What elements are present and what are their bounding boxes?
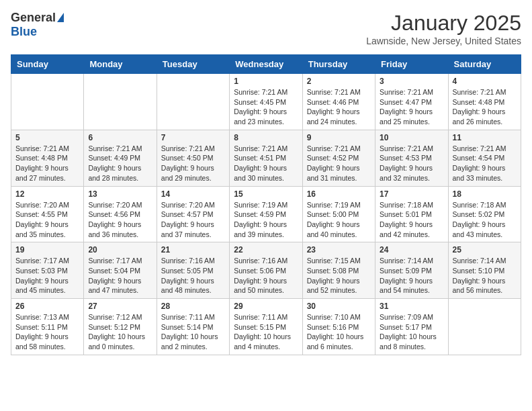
- day-number: 12: [15, 189, 79, 199]
- day-cell-17: 17Sunrise: 7:18 AM Sunset: 5:01 PM Dayli…: [375, 186, 448, 242]
- day-cell-23: 23Sunrise: 7:15 AM Sunset: 5:08 PM Dayli…: [302, 242, 375, 299]
- day-cell-29: 29Sunrise: 7:11 AM Sunset: 5:15 PM Dayli…: [230, 299, 302, 355]
- day-info: Sunrise: 7:21 AM Sunset: 4:45 PM Dayligh…: [234, 87, 298, 127]
- day-info: Sunrise: 7:21 AM Sunset: 4:46 PM Dayligh…: [307, 87, 371, 127]
- day-info: Sunrise: 7:18 AM Sunset: 5:01 PM Dayligh…: [380, 200, 443, 240]
- day-cell-21: 21Sunrise: 7:16 AM Sunset: 5:05 PM Dayli…: [157, 242, 229, 299]
- day-info: Sunrise: 7:14 AM Sunset: 5:10 PM Dayligh…: [453, 256, 517, 295]
- day-cell-19: 19Sunrise: 7:17 AM Sunset: 5:03 PM Dayli…: [11, 242, 84, 299]
- day-cell-12: 12Sunrise: 7:20 AM Sunset: 4:55 PM Dayli…: [11, 186, 84, 242]
- day-info: Sunrise: 7:11 AM Sunset: 5:15 PM Dayligh…: [234, 312, 298, 352]
- day-number: 31: [380, 302, 443, 311]
- day-info: Sunrise: 7:21 AM Sunset: 4:48 PM Dayligh…: [15, 144, 79, 183]
- month-title: January 2025: [366, 11, 521, 36]
- page-header: General Blue January 2025 Lawnside, New …: [11, 11, 521, 46]
- weekday-header-friday: Friday: [375, 55, 448, 74]
- empty-cell: [448, 299, 521, 355]
- empty-cell: [11, 74, 84, 130]
- day-cell-22: 22Sunrise: 7:16 AM Sunset: 5:06 PM Dayli…: [230, 242, 302, 299]
- day-number: 5: [15, 133, 79, 142]
- weekday-header-saturday: Saturday: [448, 55, 521, 74]
- empty-cell: [84, 74, 157, 130]
- week-row-1: 1Sunrise: 7:21 AM Sunset: 4:45 PM Daylig…: [11, 74, 521, 130]
- day-number: 8: [234, 133, 298, 142]
- day-cell-20: 20Sunrise: 7:17 AM Sunset: 5:04 PM Dayli…: [84, 242, 157, 299]
- logo-blue-text: Blue: [11, 25, 37, 39]
- day-number: 13: [88, 189, 152, 199]
- day-number: 20: [88, 245, 152, 255]
- day-cell-9: 9Sunrise: 7:21 AM Sunset: 4:52 PM Daylig…: [302, 130, 375, 186]
- day-info: Sunrise: 7:21 AM Sunset: 4:49 PM Dayligh…: [88, 144, 152, 183]
- day-cell-13: 13Sunrise: 7:20 AM Sunset: 4:56 PM Dayli…: [84, 186, 157, 242]
- day-cell-25: 25Sunrise: 7:14 AM Sunset: 5:10 PM Dayli…: [448, 242, 521, 299]
- day-info: Sunrise: 7:21 AM Sunset: 4:54 PM Dayligh…: [453, 144, 517, 183]
- day-cell-2: 2Sunrise: 7:21 AM Sunset: 4:46 PM Daylig…: [302, 74, 375, 130]
- day-number: 17: [380, 189, 443, 199]
- day-cell-8: 8Sunrise: 7:21 AM Sunset: 4:51 PM Daylig…: [230, 130, 302, 186]
- day-info: Sunrise: 7:20 AM Sunset: 4:55 PM Dayligh…: [15, 200, 79, 240]
- day-cell-18: 18Sunrise: 7:18 AM Sunset: 5:02 PM Dayli…: [448, 186, 521, 242]
- day-info: Sunrise: 7:17 AM Sunset: 5:04 PM Dayligh…: [88, 256, 152, 295]
- day-number: 11: [453, 133, 517, 142]
- day-info: Sunrise: 7:19 AM Sunset: 4:59 PM Dayligh…: [234, 200, 298, 240]
- day-number: 16: [307, 189, 371, 199]
- day-number: 14: [161, 189, 225, 199]
- day-cell-28: 28Sunrise: 7:11 AM Sunset: 5:14 PM Dayli…: [157, 299, 229, 355]
- day-cell-5: 5Sunrise: 7:21 AM Sunset: 4:48 PM Daylig…: [11, 130, 84, 186]
- weekday-header-tuesday: Tuesday: [157, 55, 229, 74]
- day-number: 7: [161, 133, 225, 142]
- day-cell-4: 4Sunrise: 7:21 AM Sunset: 4:48 PM Daylig…: [448, 74, 521, 130]
- day-number: 26: [15, 302, 79, 311]
- day-info: Sunrise: 7:21 AM Sunset: 4:47 PM Dayligh…: [380, 87, 443, 127]
- day-number: 21: [161, 245, 225, 255]
- day-info: Sunrise: 7:16 AM Sunset: 5:05 PM Dayligh…: [161, 256, 225, 295]
- day-number: 30: [307, 302, 371, 311]
- day-cell-10: 10Sunrise: 7:21 AM Sunset: 4:53 PM Dayli…: [375, 130, 448, 186]
- day-cell-16: 16Sunrise: 7:19 AM Sunset: 5:00 PM Dayli…: [302, 186, 375, 242]
- logo-triangle-icon: [57, 13, 64, 22]
- weekday-header-wednesday: Wednesday: [230, 55, 302, 74]
- day-number: 2: [307, 77, 371, 86]
- day-cell-24: 24Sunrise: 7:14 AM Sunset: 5:09 PM Dayli…: [375, 242, 448, 299]
- day-cell-30: 30Sunrise: 7:10 AM Sunset: 5:16 PM Dayli…: [302, 299, 375, 355]
- day-cell-11: 11Sunrise: 7:21 AM Sunset: 4:54 PM Dayli…: [448, 130, 521, 186]
- location-subtitle: Lawnside, New Jersey, United States: [366, 36, 521, 46]
- day-info: Sunrise: 7:13 AM Sunset: 5:11 PM Dayligh…: [15, 312, 79, 352]
- day-number: 29: [234, 302, 298, 311]
- empty-cell: [157, 74, 229, 130]
- weekday-header-monday: Monday: [84, 55, 157, 74]
- day-info: Sunrise: 7:17 AM Sunset: 5:03 PM Dayligh…: [15, 256, 79, 295]
- day-number: 4: [453, 77, 517, 86]
- calendar-table: SundayMondayTuesdayWednesdayThursdayFrid…: [11, 54, 521, 355]
- weekday-header-sunday: Sunday: [11, 55, 84, 74]
- day-number: 19: [15, 245, 79, 255]
- week-row-4: 19Sunrise: 7:17 AM Sunset: 5:03 PM Dayli…: [11, 242, 521, 299]
- day-info: Sunrise: 7:21 AM Sunset: 4:52 PM Dayligh…: [307, 144, 371, 183]
- day-number: 6: [88, 133, 152, 142]
- day-info: Sunrise: 7:12 AM Sunset: 5:12 PM Dayligh…: [88, 312, 152, 352]
- day-number: 24: [380, 245, 443, 255]
- day-number: 9: [307, 133, 371, 142]
- week-row-2: 5Sunrise: 7:21 AM Sunset: 4:48 PM Daylig…: [11, 130, 521, 186]
- day-number: 25: [453, 245, 517, 255]
- day-cell-15: 15Sunrise: 7:19 AM Sunset: 4:59 PM Dayli…: [230, 186, 302, 242]
- day-info: Sunrise: 7:10 AM Sunset: 5:16 PM Dayligh…: [307, 312, 371, 352]
- logo: General Blue: [11, 11, 64, 39]
- day-number: 27: [88, 302, 152, 311]
- weekday-header-row: SundayMondayTuesdayWednesdayThursdayFrid…: [11, 55, 521, 74]
- day-number: 28: [161, 302, 225, 311]
- day-number: 23: [307, 245, 371, 255]
- day-number: 3: [380, 77, 443, 86]
- day-cell-26: 26Sunrise: 7:13 AM Sunset: 5:11 PM Dayli…: [11, 299, 84, 355]
- day-number: 10: [380, 133, 443, 142]
- day-info: Sunrise: 7:18 AM Sunset: 5:02 PM Dayligh…: [453, 200, 517, 240]
- day-cell-14: 14Sunrise: 7:20 AM Sunset: 4:57 PM Dayli…: [157, 186, 229, 242]
- day-cell-31: 31Sunrise: 7:09 AM Sunset: 5:17 PM Dayli…: [375, 299, 448, 355]
- week-row-3: 12Sunrise: 7:20 AM Sunset: 4:55 PM Dayli…: [11, 186, 521, 242]
- day-info: Sunrise: 7:20 AM Sunset: 4:56 PM Dayligh…: [88, 200, 152, 240]
- day-cell-1: 1Sunrise: 7:21 AM Sunset: 4:45 PM Daylig…: [230, 74, 302, 130]
- day-number: 18: [453, 189, 517, 199]
- day-info: Sunrise: 7:11 AM Sunset: 5:14 PM Dayligh…: [161, 312, 225, 352]
- day-number: 1: [234, 77, 298, 86]
- day-number: 22: [234, 245, 298, 255]
